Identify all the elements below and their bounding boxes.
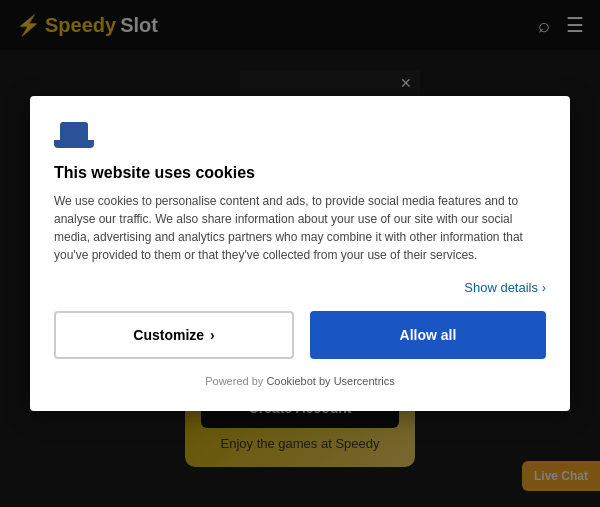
cookie-modal: This website uses cookies We use cookies… <box>30 96 570 411</box>
chevron-right-customize-icon: › <box>210 327 215 343</box>
allow-all-button[interactable]: Allow all <box>310 311 546 359</box>
cookie-action-buttons: Customize › Allow all <box>54 311 546 359</box>
cookiebot-hat-icon <box>54 120 94 148</box>
customize-button[interactable]: Customize › <box>54 311 294 359</box>
show-details-label: Show details <box>464 280 538 295</box>
cookie-details-row: Show details › <box>54 280 546 295</box>
cookie-modal-body: We use cookies to personalise content an… <box>54 192 546 264</box>
customize-label: Customize <box>133 327 204 343</box>
cookie-overlay: This website uses cookies We use cookies… <box>0 0 600 507</box>
cookie-modal-title: This website uses cookies <box>54 164 546 182</box>
cookie-footer: Powered by Cookiebot by Usercentrics <box>54 375 546 387</box>
chevron-right-icon: › <box>542 281 546 295</box>
cookiebot-link[interactable]: Cookiebot by Usercentrics <box>266 375 394 387</box>
cookiebot-label: Cookiebot by Usercentrics <box>266 375 394 387</box>
show-details-link[interactable]: Show details › <box>464 280 546 295</box>
cookie-brand-logo <box>54 120 546 152</box>
powered-by-text: Powered by <box>205 375 263 387</box>
